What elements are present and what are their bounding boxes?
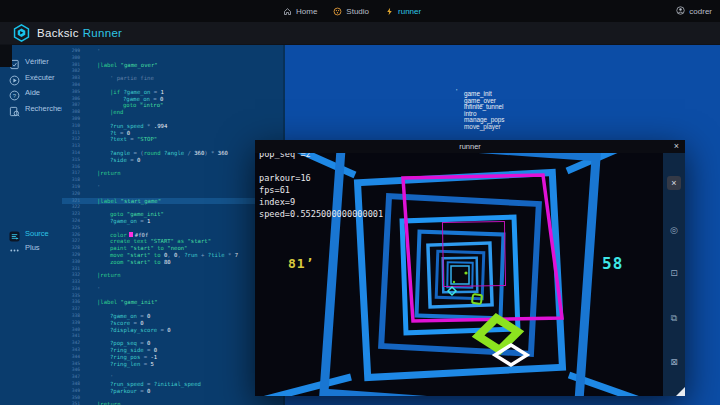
code-line[interactable]: 317|return: [62, 170, 283, 177]
code-line[interactable]: 350: [62, 395, 283, 402]
line-number: 350: [62, 395, 82, 402]
close-icon[interactable]: ×: [667, 176, 681, 190]
code-editor[interactable]: 299'300301|label "game_over"302303' part…: [62, 45, 283, 405]
line-number: 338: [62, 313, 82, 320]
game-canvas[interactable]: pop_seq =2 parkour=16 fps=61 index=9 spe…: [255, 153, 663, 396]
code-line[interactable]: 351|return: [62, 401, 283, 405]
nav-tab-home[interactable]: Home: [283, 7, 317, 16]
svg-text:?: ?: [13, 93, 17, 99]
code-line[interactable]: 324?game_on = 1: [62, 218, 283, 225]
code-line[interactable]: 336|label "game_init": [62, 299, 283, 306]
code-line[interactable]: 318: [62, 177, 283, 184]
game-preview-window[interactable]: runner ×: [255, 140, 685, 396]
code-line[interactable]: 314?angle = (round ?angle / 360) * 360: [62, 150, 283, 157]
code-line[interactable]: 307goto "intro": [62, 102, 283, 109]
frame-icon[interactable]: ⊠: [667, 355, 681, 369]
code-line[interactable]: 326color#f0f: [62, 232, 283, 239]
line-number: 340: [62, 327, 82, 334]
code-line[interactable]: 312?text = "STOP": [62, 136, 283, 143]
code-line[interactable]: 328paint "start" to "neon": [62, 245, 283, 252]
code-line[interactable]: 300: [62, 55, 283, 62]
code-line[interactable]: 301|label "game_over": [62, 62, 283, 69]
line-number: 322: [62, 204, 82, 211]
nav-tab-studio[interactable]: Studio: [333, 7, 369, 16]
code-line[interactable]: 337: [62, 306, 283, 313]
line-number: 308: [62, 109, 82, 116]
nav-tab-runner[interactable]: runner: [385, 7, 421, 16]
code-line[interactable]: 303' partie fine: [62, 75, 283, 82]
code-line[interactable]: 316: [62, 164, 283, 171]
code-line[interactable]: 335: [62, 293, 283, 300]
code-line[interactable]: 320: [62, 191, 283, 198]
code-line[interactable]: 308|end: [62, 109, 283, 116]
code-line[interactable]: 341: [62, 333, 283, 340]
code-text: goto "game_init": [82, 211, 283, 218]
code-line[interactable]: 322: [62, 204, 283, 211]
user-menu[interactable]: codrer: [676, 0, 712, 22]
code-line[interactable]: 315?side = 0: [62, 157, 283, 164]
code-line[interactable]: 299': [62, 48, 283, 55]
code-text: color#f0f: [82, 232, 283, 239]
window-close-icon[interactable]: ×: [674, 141, 679, 152]
debug-overlay: pop_seq =2 parkour=16 fps=61 index=9 spe…: [259, 153, 383, 220]
code-line[interactable]: 342?pop_seq = 0: [62, 340, 283, 347]
line-number: 328: [62, 245, 82, 252]
code-line[interactable]: 311?t = 0: [62, 130, 283, 137]
code-text: ?score = 0: [82, 320, 283, 327]
line-number: 331: [62, 266, 82, 273]
outline-item-move_player[interactable]: move_player: [464, 124, 505, 131]
green-dot: [464, 271, 467, 274]
code-line[interactable]: 309: [62, 116, 283, 123]
line-number: 300: [62, 55, 82, 62]
resize-handle[interactable]: [676, 387, 685, 396]
line-number: 334: [62, 286, 82, 293]
code-line[interactable]: 348?run_speed = ?initial_speed: [62, 381, 283, 388]
code-line[interactable]: 339?score = 0: [62, 320, 283, 327]
code-line[interactable]: 327create text "START" as "start": [62, 238, 283, 245]
code-text: ?game_on = 1: [82, 218, 283, 225]
code-text: ?ring_pos = -1: [82, 354, 283, 361]
code-line[interactable]: 305|if ?game_on = 1: [62, 89, 283, 96]
code-line[interactable]: 345?ring_len = 5: [62, 361, 283, 368]
code-line[interactable]: 347': [62, 374, 283, 381]
code-line[interactable]: 338?game_on = 0: [62, 313, 283, 320]
code-line[interactable]: 344?ring_pos = -1: [62, 354, 283, 361]
code-line[interactable]: 332|return: [62, 272, 283, 279]
windows-icon[interactable]: ⧉: [667, 311, 681, 325]
code-line[interactable]: 321|label "start_game": [62, 198, 283, 205]
code-line[interactable]: 334': [62, 286, 283, 293]
page-title: BacksicRunner: [37, 27, 122, 39]
code-line[interactable]: 330zoom "start" to 80: [62, 259, 283, 266]
code-line[interactable]: 310?run_speed * .994: [62, 123, 283, 130]
record-icon[interactable]: ◎: [667, 223, 681, 237]
sidebar-item-excuter[interactable]: Exécuter: [0, 70, 62, 85]
camera-icon[interactable]: ⊡: [667, 266, 681, 280]
sidebar-item-rechercher[interactable]: Rechercher: [0, 101, 62, 116]
code-line[interactable]: 306?game_on = 0: [62, 96, 283, 103]
code-line[interactable]: 343?ring_side = 0: [62, 347, 283, 354]
code-text: |label "game_over": [82, 62, 283, 69]
line-number: 323: [62, 211, 82, 218]
line-number: 348: [62, 381, 82, 388]
code-line[interactable]: 340?display_score = 0: [62, 327, 283, 334]
sidebar-item-plus[interactable]: Plus: [0, 240, 62, 255]
code-line[interactable]: 346: [62, 367, 283, 374]
code-line[interactable]: 333: [62, 279, 283, 286]
nav-tab-label: Studio: [346, 7, 369, 16]
line-number: 309: [62, 116, 82, 123]
sidebar-item-aide[interactable]: ?Aide: [0, 85, 62, 100]
line-number: 349: [62, 388, 82, 395]
line-number: 336: [62, 299, 82, 306]
code-line[interactable]: 304: [62, 82, 283, 89]
code-line[interactable]: 319': [62, 184, 283, 191]
code-line[interactable]: 329move "start" to 0, 0, ?run + ?tile * …: [62, 252, 283, 259]
line-number: 326: [62, 232, 82, 239]
code-line[interactable]: 349?parkour = 0: [62, 388, 283, 395]
code-line[interactable]: 323goto "game_init": [62, 211, 283, 218]
window-titlebar[interactable]: runner ×: [255, 140, 685, 153]
code-line[interactable]: 302: [62, 68, 283, 75]
code-line[interactable]: 325: [62, 225, 283, 232]
code-line[interactable]: 331: [62, 266, 283, 273]
code-text: ?ring_side = 0: [82, 347, 283, 354]
code-line[interactable]: 313: [62, 143, 283, 150]
